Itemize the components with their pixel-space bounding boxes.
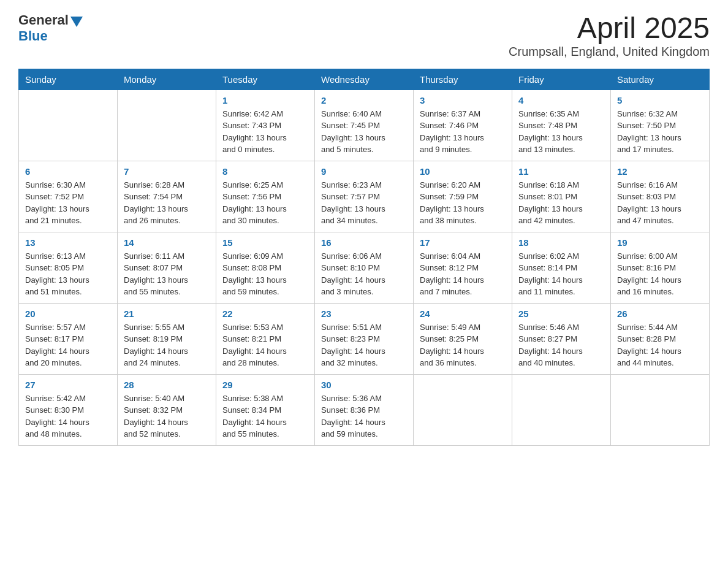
day-number: 22 (222, 308, 308, 319)
calendar-cell: 7Sunrise: 6:28 AM Sunset: 7:54 PM Daylig… (118, 161, 216, 232)
day-number: 13 (25, 237, 111, 248)
day-number: 2 (321, 95, 407, 105)
calendar-cell: 24Sunrise: 5:49 AM Sunset: 8:25 PM Dayli… (414, 303, 512, 374)
calendar-cell: 2Sunrise: 6:40 AM Sunset: 7:45 PM Daylig… (315, 90, 414, 161)
day-number: 25 (518, 308, 604, 319)
day-number: 9 (321, 166, 407, 177)
calendar-cell: 17Sunrise: 6:04 AM Sunset: 8:12 PM Dayli… (414, 232, 512, 303)
day-number: 3 (420, 95, 506, 105)
day-info: Sunrise: 6:42 AM Sunset: 7:43 PM Dayligh… (222, 108, 308, 156)
day-info: Sunrise: 6:20 AM Sunset: 7:59 PM Dayligh… (420, 179, 506, 227)
calendar-cell: 25Sunrise: 5:46 AM Sunset: 8:27 PM Dayli… (512, 303, 611, 374)
day-number: 1 (222, 95, 308, 105)
calendar-cell: 15Sunrise: 6:09 AM Sunset: 8:08 PM Dayli… (216, 232, 315, 303)
col-header-sunday: Sunday (19, 69, 118, 90)
calendar-cell: 27Sunrise: 5:42 AM Sunset: 8:30 PM Dayli… (19, 374, 118, 445)
day-info: Sunrise: 5:55 AM Sunset: 8:19 PM Dayligh… (124, 321, 210, 369)
day-info: Sunrise: 6:09 AM Sunset: 8:08 PM Dayligh… (222, 250, 308, 298)
calendar-cell: 28Sunrise: 5:40 AM Sunset: 8:32 PM Dayli… (118, 374, 216, 445)
col-header-friday: Friday (512, 69, 611, 90)
calendar-cell (512, 374, 611, 445)
calendar-week-row: 6Sunrise: 6:30 AM Sunset: 7:52 PM Daylig… (19, 161, 710, 232)
day-info: Sunrise: 6:11 AM Sunset: 8:07 PM Dayligh… (124, 250, 210, 298)
day-info: Sunrise: 5:53 AM Sunset: 8:21 PM Dayligh… (222, 321, 308, 369)
day-info: Sunrise: 5:57 AM Sunset: 8:17 PM Dayligh… (25, 321, 111, 369)
day-number: 10 (420, 166, 506, 177)
calendar-cell: 23Sunrise: 5:51 AM Sunset: 8:23 PM Dayli… (315, 303, 414, 374)
calendar-cell (414, 374, 512, 445)
calendar-cell: 19Sunrise: 6:00 AM Sunset: 8:16 PM Dayli… (611, 232, 710, 303)
calendar-week-row: 27Sunrise: 5:42 AM Sunset: 8:30 PM Dayli… (19, 374, 710, 445)
day-number: 28 (124, 380, 210, 390)
calendar-cell: 14Sunrise: 6:11 AM Sunset: 8:07 PM Dayli… (118, 232, 216, 303)
day-number: 21 (124, 308, 210, 319)
day-number: 7 (124, 166, 210, 177)
day-info: Sunrise: 5:49 AM Sunset: 8:25 PM Dayligh… (420, 321, 506, 369)
day-info: Sunrise: 6:00 AM Sunset: 8:16 PM Dayligh… (617, 250, 703, 298)
day-info: Sunrise: 6:30 AM Sunset: 7:52 PM Dayligh… (25, 179, 111, 227)
day-info: Sunrise: 6:16 AM Sunset: 8:03 PM Dayligh… (617, 179, 703, 227)
day-info: Sunrise: 6:13 AM Sunset: 8:05 PM Dayligh… (25, 250, 111, 298)
calendar-cell (611, 374, 710, 445)
calendar-location: Crumpsall, England, United Kingdom (509, 45, 710, 59)
day-info: Sunrise: 6:25 AM Sunset: 7:56 PM Dayligh… (222, 179, 308, 227)
page-header: General Blue April 2025 Crumpsall, Engla… (18, 12, 710, 59)
col-header-monday: Monday (118, 69, 216, 90)
day-number: 5 (617, 95, 703, 105)
calendar-cell (19, 90, 118, 161)
day-info: Sunrise: 6:40 AM Sunset: 7:45 PM Dayligh… (321, 108, 407, 156)
day-number: 26 (617, 308, 703, 319)
day-number: 15 (222, 237, 308, 248)
col-header-saturday: Saturday (611, 69, 710, 90)
logo-general-text: General (18, 12, 69, 28)
logo-triangle-icon (70, 17, 83, 27)
day-info: Sunrise: 6:02 AM Sunset: 8:14 PM Dayligh… (518, 250, 604, 298)
day-number: 8 (222, 166, 308, 177)
calendar-cell: 18Sunrise: 6:02 AM Sunset: 8:14 PM Dayli… (512, 232, 611, 303)
calendar-week-row: 13Sunrise: 6:13 AM Sunset: 8:05 PM Dayli… (19, 232, 710, 303)
day-info: Sunrise: 6:04 AM Sunset: 8:12 PM Dayligh… (420, 250, 506, 298)
calendar-header: SundayMondayTuesdayWednesdayThursdayFrid… (19, 69, 710, 90)
day-number: 4 (518, 95, 604, 105)
calendar-cell: 9Sunrise: 6:23 AM Sunset: 7:57 PM Daylig… (315, 161, 414, 232)
logo: General Blue (18, 12, 83, 44)
calendar-header-row: SundayMondayTuesdayWednesdayThursdayFrid… (19, 69, 710, 90)
day-info: Sunrise: 6:06 AM Sunset: 8:10 PM Dayligh… (321, 250, 407, 298)
calendar-cell: 21Sunrise: 5:55 AM Sunset: 8:19 PM Dayli… (118, 303, 216, 374)
calendar-cell: 1Sunrise: 6:42 AM Sunset: 7:43 PM Daylig… (216, 90, 315, 161)
col-header-wednesday: Wednesday (315, 69, 414, 90)
day-number: 30 (321, 380, 407, 390)
day-info: Sunrise: 6:23 AM Sunset: 7:57 PM Dayligh… (321, 179, 407, 227)
col-header-tuesday: Tuesday (216, 69, 315, 90)
day-number: 27 (25, 380, 111, 390)
day-info: Sunrise: 6:37 AM Sunset: 7:46 PM Dayligh… (420, 108, 506, 156)
day-info: Sunrise: 6:35 AM Sunset: 7:48 PM Dayligh… (518, 108, 604, 156)
calendar-cell: 22Sunrise: 5:53 AM Sunset: 8:21 PM Dayli… (216, 303, 315, 374)
calendar-cell: 16Sunrise: 6:06 AM Sunset: 8:10 PM Dayli… (315, 232, 414, 303)
day-info: Sunrise: 5:42 AM Sunset: 8:30 PM Dayligh… (25, 393, 111, 440)
day-number: 14 (124, 237, 210, 248)
calendar-cell: 4Sunrise: 6:35 AM Sunset: 7:48 PM Daylig… (512, 90, 611, 161)
calendar-week-row: 20Sunrise: 5:57 AM Sunset: 8:17 PM Dayli… (19, 303, 710, 374)
calendar-cell: 12Sunrise: 6:16 AM Sunset: 8:03 PM Dayli… (611, 161, 710, 232)
calendar-table: SundayMondayTuesdayWednesdayThursdayFrid… (18, 69, 710, 446)
day-info: Sunrise: 5:40 AM Sunset: 8:32 PM Dayligh… (124, 393, 210, 440)
day-number: 18 (518, 237, 604, 248)
day-number: 6 (25, 166, 111, 177)
day-number: 16 (321, 237, 407, 248)
day-number: 23 (321, 308, 407, 319)
day-info: Sunrise: 5:38 AM Sunset: 8:34 PM Dayligh… (222, 393, 308, 440)
day-info: Sunrise: 6:28 AM Sunset: 7:54 PM Dayligh… (124, 179, 210, 227)
calendar-title-area: April 2025 Crumpsall, England, United Ki… (509, 12, 710, 59)
calendar-cell: 13Sunrise: 6:13 AM Sunset: 8:05 PM Dayli… (19, 232, 118, 303)
day-number: 11 (518, 166, 604, 177)
calendar-month-year: April 2025 (509, 12, 710, 45)
day-number: 24 (420, 308, 506, 319)
calendar-cell (118, 90, 216, 161)
calendar-cell: 11Sunrise: 6:18 AM Sunset: 8:01 PM Dayli… (512, 161, 611, 232)
calendar-cell: 3Sunrise: 6:37 AM Sunset: 7:46 PM Daylig… (414, 90, 512, 161)
day-info: Sunrise: 5:44 AM Sunset: 8:28 PM Dayligh… (617, 321, 703, 369)
day-number: 20 (25, 308, 111, 319)
day-number: 17 (420, 237, 506, 248)
calendar-cell: 8Sunrise: 6:25 AM Sunset: 7:56 PM Daylig… (216, 161, 315, 232)
